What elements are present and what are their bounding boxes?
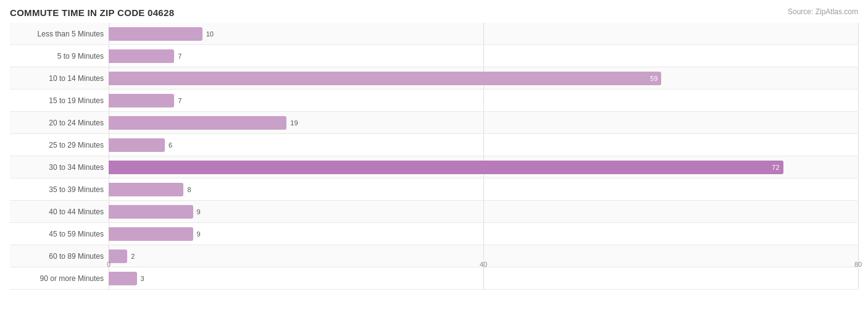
bar-track: 19 <box>109 112 858 133</box>
bar-fill <box>109 27 202 41</box>
x-axis-tick: 40 <box>480 261 487 268</box>
bar-row: Less than 5 Minutes10 <box>10 23 858 45</box>
bar-fill <box>109 116 286 130</box>
bar-fill: 59 <box>109 72 661 85</box>
bar-value: 10 <box>206 30 214 38</box>
bar-track: 59 <box>109 67 858 89</box>
bar-label: 20 to 24 Minutes <box>10 119 109 127</box>
bar-value: 3 <box>141 275 144 282</box>
bar-label: 90 or more Minutes <box>10 274 109 283</box>
bar-label: 10 to 14 Minutes <box>10 74 109 83</box>
chart-container: COMMUTE TIME IN ZIP CODE 04628 Source: Z… <box>0 0 868 323</box>
bar-label: 30 to 34 Minutes <box>10 163 109 172</box>
bar-label: 40 to 44 Minutes <box>10 208 109 216</box>
bar-row: 45 to 59 Minutes9 <box>10 223 858 245</box>
bar-row: 20 to 24 Minutes19 <box>10 112 858 134</box>
bar-fill <box>109 272 137 285</box>
bar-label: 45 to 59 Minutes <box>10 230 109 238</box>
bar-fill <box>109 183 183 196</box>
bar-value: 2 <box>131 253 135 260</box>
bar-fill <box>109 94 174 107</box>
bar-label: 25 to 29 Minutes <box>10 141 109 149</box>
bar-row: 25 to 29 Minutes6 <box>10 134 858 156</box>
bar-track: 7 <box>109 90 858 111</box>
bar-row: 35 to 39 Minutes8 <box>10 178 858 201</box>
x-axis-tick: 80 <box>854 261 862 268</box>
bar-value: 6 <box>169 141 172 149</box>
bar-value: 19 <box>290 119 298 127</box>
bar-fill <box>109 227 193 241</box>
bar-label: 15 to 19 Minutes <box>10 96 109 105</box>
bar-value: 7 <box>178 97 182 104</box>
bar-track: 72 <box>109 156 858 178</box>
bar-row: 5 to 9 Minutes7 <box>10 45 858 67</box>
source-text: Source: ZipAtlas.com <box>788 7 858 16</box>
bar-track: 9 <box>109 201 858 222</box>
bar-row: 30 to 34 Minutes72 <box>10 156 858 178</box>
bar-label: 5 to 9 Minutes <box>10 52 109 61</box>
x-axis-tick: 0 <box>107 261 111 268</box>
bar-value: 8 <box>187 186 191 193</box>
bar-track: 9 <box>109 223 858 245</box>
bar-fill <box>109 49 174 63</box>
bar-fill <box>109 205 193 219</box>
bar-row: 10 to 14 Minutes59 <box>10 67 858 90</box>
bar-value: 7 <box>178 52 182 60</box>
bar-value: 59 <box>650 75 657 82</box>
bar-fill: 72 <box>109 161 783 174</box>
chart-area: Less than 5 Minutes105 to 9 Minutes710 t… <box>10 23 858 277</box>
x-axis: 04080 <box>109 261 858 273</box>
bar-track: 7 <box>109 45 858 67</box>
chart-title: COMMUTE TIME IN ZIP CODE 04628 <box>10 7 858 18</box>
bar-value: 9 <box>197 208 201 216</box>
bar-label: 35 to 39 Minutes <box>10 185 109 194</box>
bar-chart: Less than 5 Minutes105 to 9 Minutes710 t… <box>10 23 858 258</box>
bar-value: 9 <box>197 230 201 238</box>
bar-fill <box>109 138 165 152</box>
bar-value: 72 <box>772 164 779 171</box>
bar-label: Less than 5 Minutes <box>10 30 109 38</box>
bar-track: 10 <box>109 23 858 44</box>
bar-track: 6 <box>109 134 858 156</box>
bar-row: 15 to 19 Minutes7 <box>10 90 858 112</box>
bar-track: 8 <box>109 178 858 200</box>
bar-row: 40 to 44 Minutes9 <box>10 201 858 223</box>
bar-label: 60 to 89 Minutes <box>10 252 109 261</box>
